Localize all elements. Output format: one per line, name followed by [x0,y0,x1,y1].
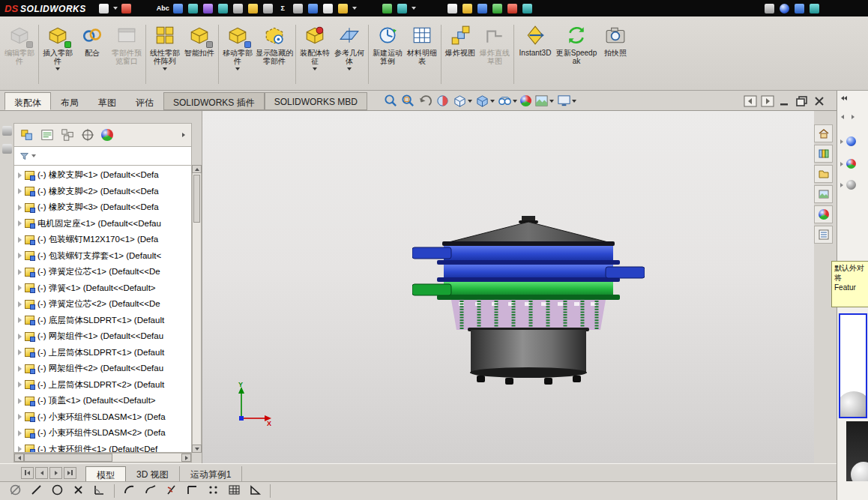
angle-arc-tool-icon[interactable] [93,484,106,499]
pattern-dropdown-icon[interactable] [412,7,416,10]
circle-tool-icon[interactable] [51,484,64,499]
tree-item[interactable]: (-) 橡胶支脚<1> (Default<<Defa [14,167,191,184]
tree-item[interactable]: (-) 网架组件<1> (Default<<Defau [14,328,191,345]
section-view-icon[interactable] [435,94,450,108]
eraser-icon[interactable] [120,2,133,15]
reference-geometry-button[interactable]: 参考几何体 [332,19,367,90]
tab-3d-views[interactable]: 3D 视图 [126,466,180,481]
exploded-view-button[interactable]: 爆炸视图 [443,19,477,90]
panel-expand-arrow-icon[interactable] [182,133,185,137]
appearance-thumbnail[interactable] [846,421,868,481]
circle-slash-tool-icon[interactable] [9,484,22,499]
display-style-icon[interactable] [475,94,495,108]
tree-item[interactable]: (-) 包装螺钉M12X170<1> (Defa [14,232,191,248]
file-explorer-tab[interactable] [814,165,833,183]
dropdown-caret-icon[interactable] [572,100,576,103]
expand-arrow-icon[interactable] [18,446,22,452]
tab-sketch[interactable]: 草图 [88,92,126,110]
expand-arrow-icon[interactable] [18,285,22,291]
tree-item[interactable]: (-) 弹簧定位芯<1> (Default<<De [14,264,191,280]
tab-solidworks-addins[interactable]: SOLIDWORKS 插件 [163,92,265,110]
hide-show-items-icon[interactable] [498,94,517,108]
expand-arrow-icon[interactable] [18,253,22,259]
expand-arrow-icon[interactable] [18,366,22,372]
tab-assembly[interactable]: 装配体 [4,92,51,110]
section-icon[interactable] [307,2,319,15]
filter-icon[interactable] [381,2,394,15]
expand-arrow-icon[interactable] [18,220,22,226]
trim-tool-icon[interactable] [165,484,178,499]
move-component-button[interactable]: 移动零部件 [220,19,255,90]
paste-dropdown-icon[interactable] [352,7,357,10]
scroll-up-button[interactable] [192,165,202,173]
dimxpert-manager-icon[interactable] [81,128,94,142]
expand-arrow-icon[interactable] [18,382,22,388]
appearances-scenes-tab[interactable] [814,205,833,223]
component-preview-button[interactable]: 零部件预览窗口 [109,19,144,90]
media-icon[interactable] [202,2,214,15]
assembly-features-button[interactable]: 装配体特征 [298,19,332,90]
tree-item[interactable]: (-) 橡胶支脚<3> (Default<<Defa [14,199,191,216]
tab-layout[interactable]: 布局 [51,92,88,110]
tree-item[interactable]: (-) 橡胶支脚<2> (Default<<Defa [14,184,191,200]
mate-button[interactable]: 配合 [75,19,109,90]
tree-item[interactable]: (-) 网架组件<2> (Default<<Defau [14,361,191,377]
expand-arrow-icon[interactable] [840,183,843,187]
scissors-icon[interactable] [292,2,304,15]
appearance-category-row[interactable] [840,159,856,169]
expand-arrow-icon[interactable] [18,269,22,275]
selected-appearance-swatch[interactable] [839,313,867,418]
web-icon[interactable] [217,2,229,15]
collapse-left-pane-icon[interactable] [744,95,757,110]
tangent-arc-tool-icon[interactable] [144,484,157,499]
property-manager-icon[interactable] [40,128,54,142]
edit-component-button[interactable]: 编辑零部件 [2,19,37,90]
dropdown-caret-icon[interactable] [513,100,517,103]
minimize-icon[interactable] [778,95,792,110]
tree-item[interactable]: (-) 底层筒体SLDPRT<1> (Default [14,313,191,329]
flag-icon[interactable] [506,2,519,15]
expand-arrow-icon[interactable] [18,398,22,404]
take-snapshot-button[interactable]: 拍快照 [598,19,633,90]
equation-icon[interactable]: Σ [277,2,289,15]
tab-solidworks-mbd[interactable]: SOLIDWORKS MBD [265,92,367,110]
globe-icon[interactable] [521,2,534,15]
edit-appearance-icon[interactable] [520,95,531,106]
dropdown-caret-icon[interactable] [163,67,167,70]
collapse-task-pane-button[interactable] [841,96,847,100]
copy-icon[interactable] [322,2,334,15]
dropdown-caret-icon[interactable] [235,67,240,70]
apply-scene-icon[interactable] [534,94,554,108]
configuration-manager-icon[interactable] [61,128,74,142]
expand-arrow-icon[interactable] [18,188,22,194]
previous-tab-button[interactable] [35,467,48,479]
expand-arrow-icon[interactable] [18,334,22,340]
dropdown-caret-icon[interactable] [55,67,60,70]
custom-properties-tab[interactable] [814,226,833,244]
tree-item[interactable]: (-) 顶盖<1> (Default<<Default> [14,393,191,409]
pattern-icon[interactable] [396,2,409,15]
pin-panel-icon[interactable] [2,144,12,154]
select-arrow-icon[interactable] [97,2,110,15]
arc-tool-icon[interactable] [123,484,136,499]
expand-arrow-icon[interactable] [840,139,843,144]
tree-item[interactable]: (-) 弹簧定位芯<2> (Default<<De [14,296,191,313]
show-hidden-components-button[interactable]: 显示隐藏的零部件 [255,19,294,90]
expand-arrow-icon[interactable] [18,430,22,436]
solidworks-resources-tab[interactable] [814,124,833,142]
previous-view-icon[interactable] [418,94,433,108]
bill-of-materials-button[interactable]: 材料明细表 [405,19,439,90]
pager-left-icon[interactable] [841,115,844,119]
help-icon[interactable] [793,2,806,15]
instant3d-button[interactable]: Instant3D [516,19,555,90]
expand-arrow-icon[interactable] [18,172,22,178]
options-icon[interactable] [808,2,821,15]
scroll-thumb[interactable] [193,175,200,223]
scroll-thumb[interactable] [24,454,112,462]
tree-item[interactable]: (-) 上层筒体SLDPRT<2> (Default [14,377,191,394]
close-icon[interactable] [813,95,826,110]
line-tool-icon[interactable] [30,484,43,499]
zoom-to-area-icon[interactable] [401,94,415,108]
dropdown-caret-icon[interactable] [490,100,495,103]
grid-settings-icon[interactable] [763,2,776,15]
